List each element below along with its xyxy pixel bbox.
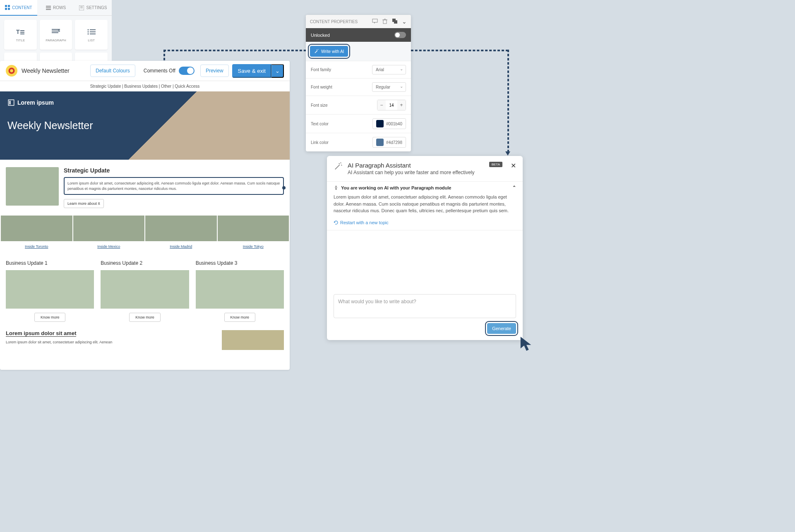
font-family-select[interactable]: Arial [372, 65, 406, 74]
chevron-down-icon[interactable]: ⌄ [402, 18, 407, 25]
ai-subtitle: AI Assistant can help you write faster a… [348, 170, 484, 175]
content-block-title[interactable]: TTITLE [4, 20, 37, 50]
font-family-label: Font family [311, 67, 372, 72]
city-item[interactable]: Inside Mexico [73, 216, 145, 252]
lock-toggle[interactable] [394, 32, 406, 38]
svg-text:T: T [16, 29, 20, 35]
pin-icon [334, 185, 339, 190]
update-item: Business Update 3Know more [196, 260, 284, 322]
tab-content[interactable]: CONTENT [0, 0, 37, 16]
svg-rect-10 [46, 9, 51, 10]
svg-rect-69 [394, 20, 397, 24]
svg-rect-65 [383, 20, 387, 24]
unlocked-label: Unlocked [311, 33, 330, 38]
props-header-title: CONTENT PROPERTIES [310, 19, 358, 24]
svg-point-24 [87, 31, 89, 32]
save-exit-caret[interactable]: ⌄ [271, 64, 284, 78]
city-item[interactable]: Inside Tokyo [218, 216, 289, 252]
bottom-heading: Lorem ipsum dolor sit amet [6, 330, 76, 337]
wand-icon [314, 49, 319, 54]
city-item[interactable]: Inside Madrid [145, 216, 217, 252]
write-with-ai-button[interactable]: Write with AI [310, 46, 348, 57]
ai-assistant-panel: AI Paragraph Assistant AI Assistant can … [327, 156, 523, 340]
beta-badge: BETA [489, 162, 502, 167]
link-color-label: Link color [311, 140, 372, 145]
title-icon: T [15, 28, 25, 36]
svg-rect-4 [5, 5, 7, 7]
content-block-paragraph[interactable]: ¶PARAGRAPH [40, 20, 72, 50]
bottom-text: Lorem ipsum dolor sit amet, consectetuer… [6, 340, 216, 344]
content-block-list[interactable]: LIST [75, 20, 108, 50]
font-size-label: Font size [311, 103, 377, 108]
svg-rect-2 [8, 100, 14, 105]
svg-rect-64 [372, 19, 377, 22]
paragraph-icon: ¶ [51, 28, 61, 36]
generate-button[interactable]: Generate [487, 323, 516, 334]
editor-panel: Weekly Newsletter Default Colours Commen… [0, 61, 290, 370]
svg-point-22 [87, 29, 89, 30]
font-weight-select[interactable]: Regular [372, 82, 406, 92]
list-icon [86, 28, 96, 36]
hero-title: Weekly Newsletter [7, 119, 282, 132]
hero-brand: Lorem ipsum [7, 99, 282, 106]
wand-icon [334, 162, 343, 171]
know-more-button[interactable]: Know more [34, 313, 66, 322]
preview-button[interactable]: Preview [200, 65, 229, 77]
comment-icon[interactable] [372, 18, 378, 24]
text-color-label: Text color [311, 122, 372, 126]
brand-logo [6, 65, 17, 77]
svg-rect-5 [8, 5, 10, 7]
link-color-picker[interactable]: #4d7298 [372, 137, 406, 148]
svg-rect-8 [46, 6, 51, 7]
learn-more-button[interactable]: Learn more about It [64, 199, 104, 208]
svg-text:¶: ¶ [58, 29, 60, 32]
arrow-icon [505, 151, 510, 156]
svg-rect-6 [5, 8, 7, 10]
comments-off-label: Comments Off [144, 68, 175, 74]
save-exit-button[interactable]: Save & exit [232, 64, 271, 78]
update-item: Business Update 1Know more [6, 260, 94, 322]
selected-paragraph[interactable]: Lorem ipsum dolor sit amet, consectetuer… [64, 177, 284, 195]
breadcrumb[interactable]: Strategic Update | Business Updates | Ot… [0, 81, 290, 91]
tab-rows[interactable]: ROWS [37, 0, 74, 16]
font-weight-label: Font weight [311, 85, 372, 89]
update-item: Business Update 2Know more [101, 260, 189, 322]
ai-body-text: Lorem ipsum dolor sit amet, consectetuer… [327, 194, 523, 218]
ai-prompt-input[interactable]: What would you like to write about? [334, 294, 516, 318]
know-more-button[interactable]: Know more [224, 313, 256, 322]
svg-point-1 [10, 69, 13, 72]
know-more-button[interactable]: Know more [129, 313, 161, 322]
svg-rect-3 [10, 101, 11, 105]
default-colours-button[interactable]: Default Colours [90, 65, 135, 77]
duplicate-icon[interactable] [392, 18, 398, 24]
page-title: Weekly Newsletter [22, 67, 90, 74]
ai-working-text: You are working on AI with your Paragrap… [341, 185, 451, 190]
cursor-icon [519, 335, 533, 352]
svg-rect-9 [46, 7, 51, 8]
flow-line [507, 50, 509, 152]
restart-link[interactable]: Restart with a new topic [327, 218, 523, 230]
chevron-up-icon[interactable]: ⌃ [512, 185, 516, 190]
text-color-picker[interactable]: #001b40 [372, 118, 406, 129]
ai-title: AI Paragraph Assistant [348, 162, 484, 169]
svg-point-26 [87, 33, 89, 34]
font-size-stepper[interactable]: −+ [377, 100, 406, 110]
strategic-heading: Strategic Update [64, 167, 284, 174]
svg-rect-7 [8, 8, 10, 10]
tab-settings[interactable]: SETTINGS [74, 0, 112, 16]
trash-icon[interactable] [382, 18, 388, 24]
strategic-image [6, 167, 59, 206]
hero-section: Lorem ipsum Weekly Newsletter [0, 91, 290, 160]
properties-panel: CONTENT PROPERTIES ⌄ Unlocked Write with… [306, 15, 411, 151]
comments-toggle[interactable] [179, 67, 195, 75]
close-icon[interactable]: ✕ [511, 162, 516, 170]
bottom-image [222, 330, 284, 350]
city-item[interactable]: Inside Toronto [1, 216, 72, 252]
